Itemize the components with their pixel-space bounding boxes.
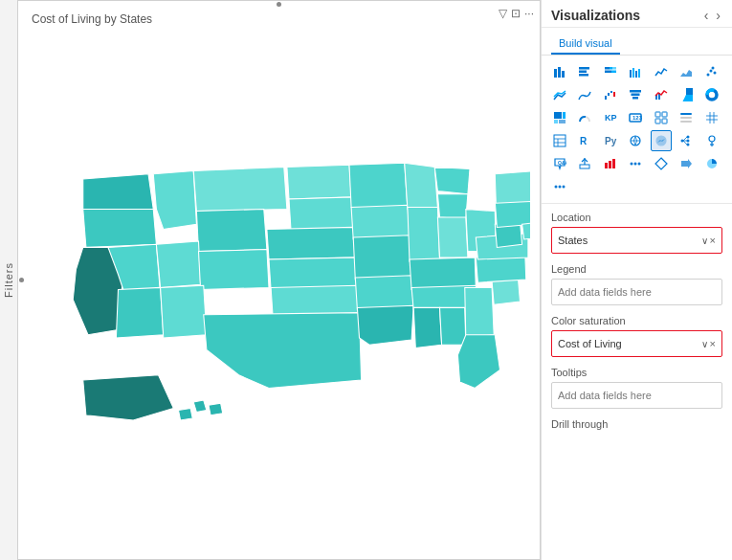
- ribbon-icon[interactable]: [574, 84, 595, 105]
- multirow-card-icon[interactable]: [651, 107, 672, 128]
- color-saturation-remove[interactable]: ×: [710, 338, 716, 349]
- viz-tabs: Build visual: [542, 28, 732, 56]
- clustered-column-icon[interactable]: [625, 61, 646, 82]
- svg-rect-7: [610, 67, 612, 70]
- matrix-icon[interactable]: [701, 107, 722, 128]
- filter-icon[interactable]: ▽: [499, 7, 507, 20]
- location-chip-actions: ∨ ×: [701, 235, 716, 246]
- svg-rect-13: [635, 71, 637, 78]
- arrow-icon[interactable]: [676, 153, 697, 174]
- line-stacked-icon[interactable]: [549, 84, 570, 105]
- more-icon[interactable]: ···: [524, 7, 534, 20]
- scatter-chart-icon[interactable]: [701, 61, 722, 82]
- svg-rect-46: [680, 121, 692, 123]
- location-section: Location States ∨ ×: [551, 212, 722, 254]
- svg-rect-35: [554, 120, 558, 123]
- table-icon[interactable]: [549, 130, 570, 151]
- stacked-column-icon[interactable]: [549, 61, 570, 82]
- location-field-well[interactable]: States ∨ ×: [551, 227, 722, 254]
- resize-icon[interactable]: ⊡: [511, 7, 521, 20]
- svg-rect-5: [579, 74, 588, 77]
- svg-line-66: [683, 141, 687, 145]
- filters-sidebar[interactable]: Filters: [0, 0, 17, 560]
- svg-rect-44: [680, 113, 692, 115]
- location-label: Location: [551, 212, 722, 223]
- viz-panel-title: Visualizations: [551, 8, 640, 23]
- stacked-bar-icon[interactable]: [574, 61, 595, 82]
- svg-text:123: 123: [632, 115, 642, 121]
- resize-handle-top[interactable]: [265, 1, 294, 7]
- svg-rect-25: [632, 94, 640, 97]
- ellipsis-icon[interactable]: [549, 176, 570, 197]
- svg-rect-14: [638, 69, 640, 78]
- svg-point-82: [559, 186, 562, 189]
- tooltips-field-well[interactable]: Add data fields here: [551, 382, 722, 409]
- location-remove[interactable]: ×: [710, 235, 716, 246]
- chart-title: Cost of Living by States: [32, 12, 152, 26]
- color-saturation-chip-value: Cost of Living: [558, 338, 622, 349]
- viz-nav-forward[interactable]: ›: [714, 8, 722, 23]
- area-chart-icon[interactable]: [676, 61, 697, 82]
- python-icon[interactable]: Py: [600, 130, 621, 151]
- more-viz-icon[interactable]: [625, 153, 646, 174]
- color-saturation-chip: Cost of Living: [558, 338, 701, 349]
- export-icon[interactable]: [574, 153, 595, 174]
- resize-dot-left: [19, 278, 24, 282]
- decomp-tree-icon[interactable]: [676, 130, 697, 151]
- qa-icon[interactable]: Q&A: [549, 153, 570, 174]
- pie-2-icon[interactable]: [701, 153, 722, 174]
- resize-handle-left[interactable]: [18, 266, 24, 295]
- svg-point-78: [638, 163, 641, 166]
- svg-rect-41: [662, 112, 667, 117]
- svg-rect-21: [608, 93, 610, 96]
- svg-point-83: [563, 186, 566, 189]
- svg-point-17: [709, 70, 712, 73]
- diamond-icon[interactable]: [651, 153, 672, 174]
- location-chevron[interactable]: ∨: [701, 235, 708, 246]
- treemap-icon[interactable]: [549, 107, 570, 128]
- icon-grid: KPI 123 R Py: [542, 56, 732, 204]
- svg-point-77: [634, 163, 637, 166]
- svg-point-16: [706, 74, 709, 77]
- combo-icon[interactable]: [651, 84, 672, 105]
- viz-nav-back[interactable]: ‹: [702, 8, 711, 23]
- viz-header: Visualizations ‹ ›: [542, 0, 732, 28]
- pie-chart-icon[interactable]: [676, 84, 697, 105]
- map-toolbar: ▽ ⊡ ···: [499, 7, 534, 20]
- gauge-icon[interactable]: [574, 107, 595, 128]
- r-script-icon[interactable]: R: [574, 130, 595, 151]
- funnel-icon[interactable]: [625, 84, 646, 105]
- legend-placeholder: Add data fields here: [558, 286, 652, 298]
- svg-rect-9: [605, 71, 611, 74]
- svg-point-81: [555, 186, 558, 189]
- svg-point-76: [631, 163, 633, 166]
- tab-build-visual[interactable]: Build visual: [551, 34, 620, 55]
- svg-rect-45: [680, 117, 692, 119]
- line-chart-icon[interactable]: [651, 61, 672, 82]
- donut-icon[interactable]: [701, 84, 722, 105]
- legend-section: Legend Add data fields here: [551, 263, 722, 305]
- svg-text:R: R: [580, 136, 588, 146]
- card-icon[interactable]: 123: [625, 107, 646, 128]
- slicer-icon[interactable]: [676, 107, 697, 128]
- viz-nav: ‹ ›: [702, 8, 722, 23]
- svg-rect-74: [609, 161, 611, 168]
- map-container: ▽ ⊡ ··· Cost of Living by States: [17, 0, 541, 560]
- location-chip-value: States: [558, 235, 588, 246]
- us-map[interactable]: [28, 30, 530, 549]
- kpi-icon[interactable]: KPI: [600, 107, 621, 128]
- svg-text:Py: Py: [605, 136, 617, 146]
- filled-map-icon[interactable]: [651, 130, 672, 151]
- legend-field-well[interactable]: Add data fields here: [551, 279, 722, 305]
- map-icon[interactable]: [625, 130, 646, 151]
- viz-panel: Visualizations ‹ › Build visual: [541, 0, 732, 560]
- svg-rect-36: [559, 120, 566, 123]
- color-saturation-chevron[interactable]: ∨: [701, 339, 708, 349]
- 100pct-bar-icon[interactable]: [600, 61, 621, 82]
- key-influencer-icon[interactable]: [701, 130, 722, 151]
- color-saturation-field-well[interactable]: Cost of Living ∨ ×: [551, 330, 722, 357]
- filters-label[interactable]: Filters: [3, 262, 14, 298]
- bar-chart-2-icon[interactable]: [600, 153, 621, 174]
- waterfall-icon[interactable]: [600, 84, 621, 105]
- svg-rect-8: [612, 67, 616, 70]
